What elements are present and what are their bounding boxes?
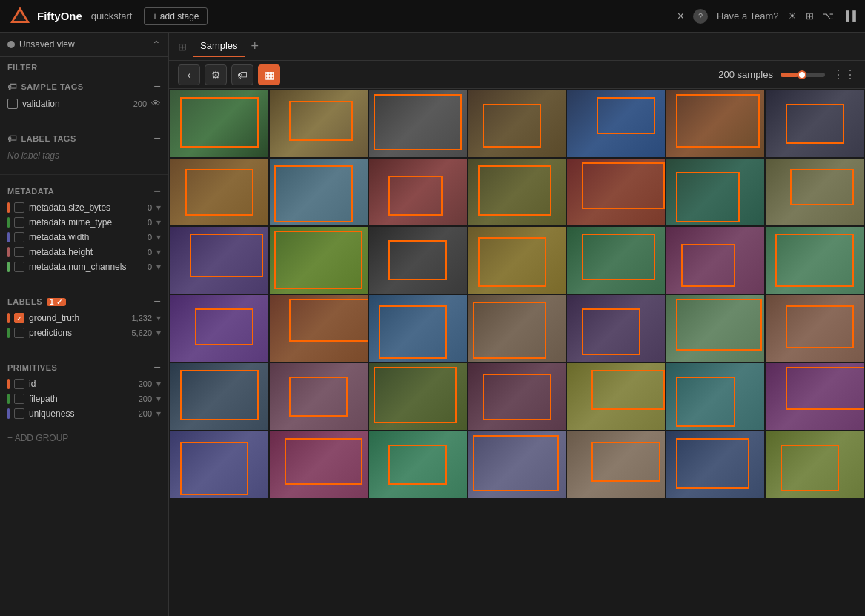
sample-tags-collapse[interactable]: −	[153, 81, 161, 93]
grid-cell-4[interactable]	[468, 90, 566, 157]
app-subtitle: quickstart	[91, 10, 133, 21]
grid-cell-9[interactable]	[270, 159, 368, 225]
predictions-checkbox[interactable]	[14, 328, 24, 338]
grid-cell-27[interactable]	[666, 295, 764, 362]
grid-cell-12[interactable]	[567, 159, 665, 225]
grid-cell-31[interactable]	[369, 363, 467, 430]
label-tags-collapse[interactable]: −	[153, 133, 161, 145]
grid-cell-20[interactable]	[666, 227, 764, 294]
metadata-num-channels-chevron[interactable]: ▾	[156, 262, 161, 272]
grid-cell-13[interactable]	[666, 159, 764, 225]
zoom-slider[interactable]	[781, 73, 825, 77]
brightness-icon[interactable]: ☀	[788, 10, 797, 21]
view-selector[interactable]: Unsaved view ⌃	[0, 33, 168, 57]
grid-cell-16[interactable]	[270, 227, 368, 294]
metadata-size-bytes-chevron[interactable]: ▾	[156, 202, 161, 213]
grid-cell-28[interactable]	[766, 295, 864, 362]
grid-cell-18[interactable]	[468, 227, 566, 294]
grid-cell-34[interactable]	[666, 363, 764, 430]
grid-cell-2[interactable]	[270, 90, 368, 157]
uniqueness-chevron[interactable]: ▾	[156, 408, 161, 419]
ground-truth-chevron[interactable]: ▾	[156, 313, 161, 323]
grid-cell-6[interactable]	[666, 90, 764, 157]
grid-cell-36[interactable]	[170, 431, 268, 498]
metadata-width-row: metadata.width 0 ▾	[0, 230, 168, 245]
grid-icon[interactable]: ⊞	[806, 10, 814, 21]
filepath-checkbox[interactable]	[14, 394, 24, 404]
predictions-chevron[interactable]: ▾	[156, 328, 161, 338]
grid-cell-15[interactable]	[170, 227, 268, 294]
close-icon[interactable]: ×	[677, 10, 684, 23]
label-tags-title: LABEL TAGS	[21, 134, 76, 143]
grid-cell-19[interactable]	[567, 227, 665, 294]
ground-truth-checkbox[interactable]	[14, 313, 24, 323]
metadata-mime-type-chevron[interactable]: ▾	[156, 217, 161, 228]
topnav-right: × ? Have a Team? ☀ ⊞ ⌥ ▐▐	[677, 9, 856, 24]
metadata-height-chevron[interactable]: ▾	[156, 247, 161, 257]
bounding-box	[473, 302, 546, 359]
grid-cell-3[interactable]	[369, 90, 467, 157]
grid-cell-41[interactable]	[666, 431, 764, 498]
metadata-height-checkbox[interactable]	[14, 247, 24, 257]
labels-section: LABELS 1 ✓ − ground_truth 1,232 ▾ predic…	[0, 290, 168, 346]
grid-toggle-button[interactable]: ⋮⋮	[832, 67, 856, 82]
uniqueness-checkbox[interactable]	[14, 408, 24, 419]
metadata-size-bytes-checkbox[interactable]	[14, 202, 24, 213]
grid-cell-23[interactable]	[270, 295, 368, 362]
id-checkbox[interactable]	[14, 379, 24, 389]
grid-cell-21[interactable]	[766, 227, 864, 294]
grid-cell-8[interactable]	[170, 159, 268, 225]
bounding-box	[775, 234, 853, 287]
grid-cell-35[interactable]	[766, 363, 864, 430]
grid-cell-1[interactable]	[170, 90, 268, 157]
sample-tag-row-validation[interactable]: validation 200 👁	[0, 96, 168, 111]
grid-cell-10[interactable]	[369, 159, 467, 225]
metadata-width-checkbox[interactable]	[14, 232, 24, 242]
grid-cell-42[interactable]	[766, 431, 864, 498]
menu-icon[interactable]: ▐▐	[843, 10, 856, 21]
grid-cell-25[interactable]	[468, 295, 566, 362]
back-button[interactable]: ‹	[178, 64, 200, 85]
grid-cell-5[interactable]	[567, 90, 665, 157]
grid-cell-26[interactable]	[567, 295, 665, 362]
grid-cell-22[interactable]	[170, 295, 268, 362]
tag-button[interactable]: 🏷	[231, 64, 253, 85]
add-group-button[interactable]: + ADD GROUP	[0, 427, 168, 449]
grid-cell-29[interactable]	[170, 363, 268, 430]
grid-cell-33[interactable]	[567, 363, 665, 430]
view-chevron-icon: ⌃	[152, 39, 161, 50]
filepath-chevron[interactable]: ▾	[156, 394, 161, 404]
metadata-width-chevron[interactable]: ▾	[156, 232, 161, 242]
metadata-collapse[interactable]: −	[153, 185, 161, 197]
add-stage-button[interactable]: + add stage	[144, 7, 207, 25]
grid-cell-38[interactable]	[369, 431, 467, 498]
grid-cell-40[interactable]	[567, 431, 665, 498]
tab-samples[interactable]: Samples	[193, 36, 245, 57]
metadata-num-channels-checkbox[interactable]	[14, 262, 24, 272]
id-chevron[interactable]: ▾	[156, 379, 161, 389]
bounding-box	[676, 299, 762, 351]
primitives-collapse[interactable]: −	[153, 362, 161, 374]
grid-cell-14[interactable]	[766, 159, 864, 225]
grid-cell-11[interactable]	[468, 159, 566, 225]
metadata-mime-type-checkbox[interactable]	[14, 217, 24, 228]
view-button[interactable]: ▦	[258, 64, 280, 85]
grid-cell-17[interactable]	[369, 227, 467, 294]
add-tab-button[interactable]: +	[251, 39, 259, 54]
grid-cell-7[interactable]	[766, 90, 864, 157]
slider-track[interactable]	[781, 73, 825, 77]
labels-collapse[interactable]: −	[153, 296, 161, 308]
grid-cell-37[interactable]	[270, 431, 368, 498]
ground-truth-row: ground_truth 1,232 ▾	[0, 311, 168, 325]
grid-cell-30[interactable]	[270, 363, 368, 430]
grid-cell-32[interactable]	[468, 363, 566, 430]
grid-cell-39[interactable]	[468, 431, 566, 498]
eye-icon[interactable]: 👁	[151, 98, 161, 109]
grid-cell-24[interactable]	[369, 295, 467, 362]
validation-checkbox[interactable]	[7, 99, 18, 109]
settings-button[interactable]: ⚙	[205, 64, 227, 85]
id-row: id 200 ▾	[0, 377, 168, 391]
bounding-box	[388, 240, 447, 280]
help-icon[interactable]: ?	[693, 9, 708, 24]
github-icon[interactable]: ⌥	[823, 10, 834, 21]
